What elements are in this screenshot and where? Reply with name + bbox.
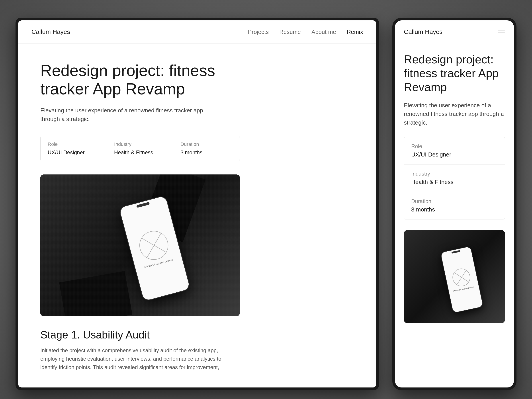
desktop-nav: Callum Hayes Projects Resume About me Re…: [18, 20, 376, 44]
mobile-inner: Callum Hayes Redesign project: fitness t…: [395, 20, 514, 387]
mobile-meta-duration-label: Duration: [411, 198, 498, 204]
mobile-nav: Callum Hayes: [395, 20, 514, 42]
meta-role-value: UX/UI Designer: [48, 149, 100, 156]
meta-industry-label: Industry: [114, 141, 166, 147]
hamburger-line-2: [498, 32, 505, 33]
mobile-meta-card-industry: Industry Health & Fitness: [404, 165, 505, 192]
mobile-phone-screen: iPhone 14 Mockup Devices: [441, 247, 483, 313]
meta-duration-value: 3 months: [180, 149, 233, 156]
mobile-hero-image: iPhone 14 Mockup Devices: [404, 230, 505, 323]
nav-link-projects[interactable]: Projects: [248, 29, 269, 35]
meta-industry-value: Health & Fitness: [114, 149, 166, 156]
screen-container: Callum Hayes Projects Resume About me Re…: [16, 9, 516, 390]
meta-cards: Role UX/UI Designer Industry Health & Fi…: [40, 136, 240, 161]
mobile-content: Redesign project: fitness tracker App Re…: [395, 42, 514, 387]
desktop-content: Redesign project: fitness tracker App Re…: [18, 44, 376, 387]
page-subtitle: Elevating the user experience of a renow…: [40, 106, 218, 123]
desktop-nav-links: Projects Resume About me Remix: [248, 29, 363, 35]
meta-card-duration: Duration 3 months: [173, 136, 240, 161]
stage-1-title: Stage 1. Usability Audit: [40, 329, 354, 341]
desktop-inner: Callum Hayes Projects Resume About me Re…: [18, 20, 376, 387]
meta-role-label: Role: [48, 141, 100, 147]
mobile-phone-circle-icon: [451, 267, 472, 288]
mobile-logo: Callum Hayes: [404, 28, 443, 35]
hamburger-menu-button[interactable]: [498, 31, 505, 33]
mobile-meta-card-duration: Duration 3 months: [404, 192, 505, 219]
hamburger-line-1: [498, 31, 505, 31]
hero-image: iPhone 14 Mockup Devices: [40, 174, 240, 316]
mobile-screen: Callum Hayes Redesign project: fitness t…: [392, 18, 516, 390]
mobile-meta-industry-label: Industry: [411, 171, 498, 177]
mobile-meta-role-label: Role: [411, 143, 498, 149]
mobile-meta-industry-value: Health & Fitness: [411, 179, 498, 185]
mobile-meta-card-role: Role UX/UI Designer: [404, 137, 505, 165]
phone-text: iPhone 14 Mockup Devices: [144, 258, 174, 269]
nav-link-remix[interactable]: Remix: [347, 29, 363, 35]
nav-link-about[interactable]: About me: [311, 29, 336, 35]
mobile-meta-cards: Role UX/UI Designer Industry Health & Fi…: [404, 137, 505, 219]
mobile-meta-duration-value: 3 months: [411, 206, 498, 213]
meta-duration-label: Duration: [180, 141, 233, 147]
mobile-subtitle: Elevating the user experience of a renow…: [404, 101, 505, 127]
mobile-title: Redesign project: fitness tracker App Re…: [404, 52, 505, 94]
desktop-screen: Callum Hayes Projects Resume About me Re…: [16, 18, 379, 390]
desktop-logo: Callum Hayes: [32, 28, 70, 35]
mobile-phone-mockup: iPhone 14 Mockup Devices: [440, 246, 483, 313]
hero-image-inner: iPhone 14 Mockup Devices: [40, 174, 240, 316]
mobile-meta-role-value: UX/UI Designer: [411, 151, 498, 158]
mobile-hero-inner: iPhone 14 Mockup Devices: [404, 230, 505, 323]
meta-card-role: Role UX/UI Designer: [41, 136, 107, 161]
page-title: Redesign project: fitness tracker App Re…: [40, 61, 222, 98]
stage-1-text: Initiated the project with a comprehensi…: [40, 346, 231, 372]
phone-circle-icon: [136, 228, 171, 263]
mobile-phone-text: iPhone 14 Mockup Devices: [453, 286, 475, 293]
nav-link-resume[interactable]: Resume: [279, 29, 301, 35]
meta-card-industry: Industry Health & Fitness: [107, 136, 174, 161]
